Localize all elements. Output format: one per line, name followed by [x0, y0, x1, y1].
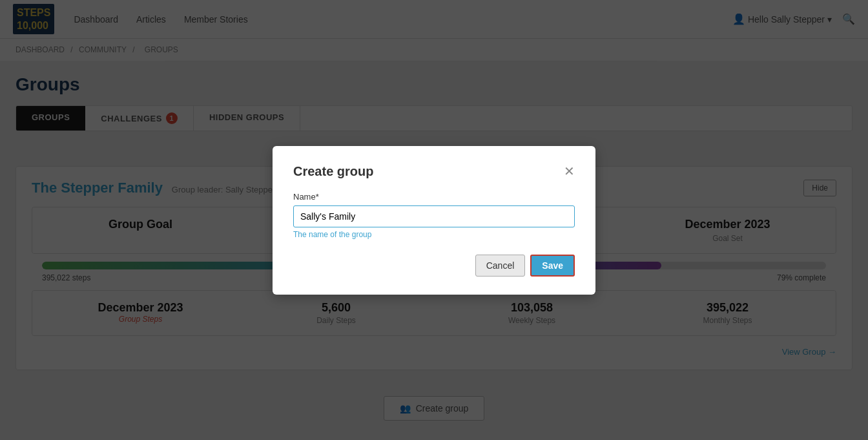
cancel-button[interactable]: Cancel	[475, 255, 526, 277]
save-button[interactable]: Save	[530, 255, 575, 277]
name-field-label: Name*	[293, 192, 575, 202]
field-hint: The name of the group	[293, 230, 575, 239]
name-field-input[interactable]	[293, 205, 575, 227]
modal: Create group ✕ Name* The name of the gro…	[273, 146, 595, 295]
modal-title: Create group	[293, 164, 373, 179]
modal-header: Create group ✕	[293, 164, 575, 179]
modal-footer: Cancel Save	[293, 255, 575, 277]
modal-container: Create group ✕ Name* The name of the gro…	[0, 0, 868, 440]
modal-body: Name* The name of the group	[293, 192, 575, 239]
modal-close-button[interactable]: ✕	[564, 165, 575, 178]
